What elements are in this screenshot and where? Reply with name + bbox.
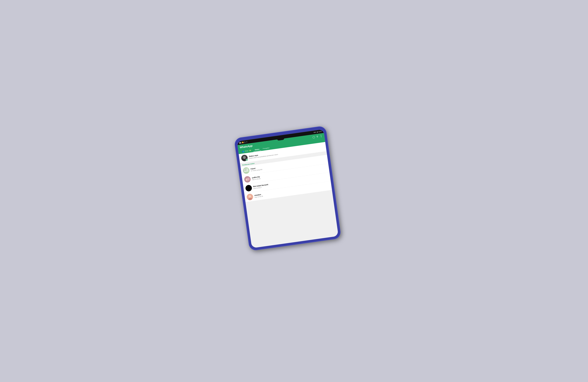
tab-status-label: Status: [255, 148, 259, 151]
data-label: 0K/s: [244, 141, 246, 143]
battery-percent: 95%: [314, 131, 316, 133]
faisol-status-ring: [243, 167, 250, 174]
status-bar-right: 95% ▮ 10:33: [314, 131, 322, 133]
faisol-avatar-wrap: [243, 167, 250, 174]
phone-outer: ▌▌▌ 📶 0K/s 📳 95% ▮ 10:33 WhatsApp ◯: [234, 126, 341, 251]
tab-panggilan-label: Panggilan: [263, 147, 270, 150]
my-status-text: Status saya Ketuk untuk menambahkan pemb…: [249, 152, 278, 159]
scene: ▌▌▌ 📶 0K/s 📳 95% ▮ 10:33 WhatsApp ◯: [234, 125, 346, 253]
header-icons: ◯ ⚲ ⋮: [312, 134, 323, 139]
tab-chat-label: Chat: [245, 150, 248, 152]
my-status-avatar-wrap: +: [241, 154, 248, 162]
search-icon[interactable]: ⚲: [316, 135, 318, 138]
uswatun-status-ring: [246, 193, 253, 201]
content-area: + Status saya Ketuk untuk menambahkan pe…: [239, 142, 338, 248]
uswatun-avatar-wrap: [246, 193, 253, 201]
yudha-info: yudha lely Hari ini 08.33: [252, 176, 261, 181]
vibrate-icon: 📳: [246, 141, 247, 143]
status-bar-left: ▌▌▌ 📶 0K/s 📳: [239, 141, 247, 144]
chat-badge: 13: [249, 150, 252, 152]
signal-icon: ▌▌▌: [239, 142, 242, 143]
rini-info: Rini Indah Nursanti Hari ini 08.27: [253, 184, 269, 190]
camera-icon[interactable]: ◯: [312, 136, 315, 139]
yudha-status-ring: [244, 176, 251, 183]
wifi-icon: 📶: [242, 142, 244, 143]
phone-screen: ▌▌▌ 📶 0K/s 📳 95% ▮ 10:33 WhatsApp ◯: [237, 129, 338, 248]
menu-icon[interactable]: ⋮: [319, 134, 323, 138]
rini-status-ring: [245, 185, 252, 192]
yudha-avatar-wrap: [244, 176, 251, 183]
uswatun-info: uswatun Hari ini 06.35: [254, 193, 263, 198]
faisol-info: Faisol 57 menit yang lalu: [251, 167, 262, 172]
rini-avatar-wrap: [245, 185, 252, 192]
people-icon: 👥: [242, 150, 244, 153]
clock: 10:33: [318, 131, 322, 133]
battery-icon: ▮: [317, 131, 318, 133]
